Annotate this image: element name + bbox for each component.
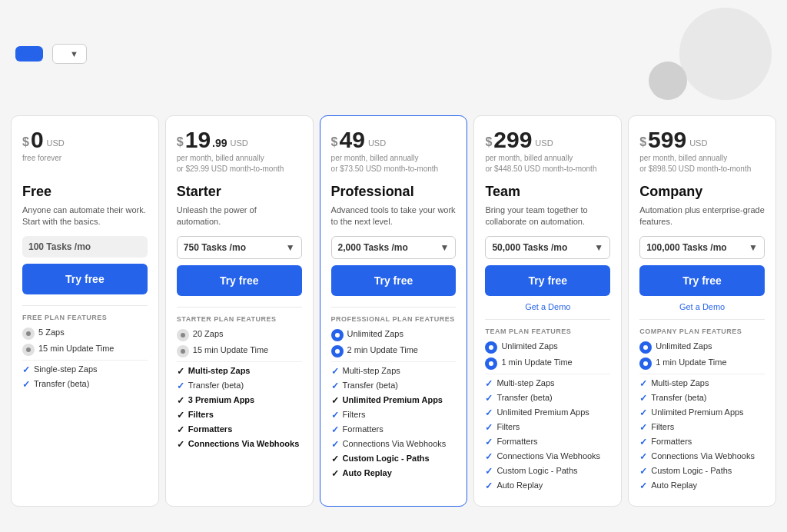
check-icon: ✓: [177, 424, 184, 435]
feature-text: Transfer (beta): [343, 381, 398, 390]
tasks-selector[interactable]: 2,000 Tasks /mo ▼: [331, 236, 457, 259]
get-demo-link[interactable]: Get a Demo: [485, 302, 610, 311]
price-usd: USD: [535, 135, 553, 151]
features-label: FREE PLAN FEATURES: [22, 314, 148, 321]
feature-item: Unlimited Zaps: [331, 329, 457, 341]
check-icon: ✓: [485, 451, 493, 462]
check-icon: ✓: [331, 454, 339, 464]
feature-text: Formatters: [188, 424, 232, 434]
feature-text: Transfer (beta): [34, 379, 89, 388]
feature-item: ✓ Connections Via Webhooks: [639, 451, 765, 462]
feature-text: Connections Via Webhooks: [496, 451, 600, 461]
check-icon: ✓: [331, 381, 339, 391]
price-main: 0: [31, 128, 44, 151]
price-dollar-sign: $: [485, 133, 492, 151]
price-row: $ 599 USD: [639, 128, 765, 151]
feature-text: Filters: [651, 422, 674, 431]
try-free-button[interactable]: Try free: [177, 265, 302, 296]
check-icon: ✓: [639, 393, 647, 404]
feature-item: 15 min Update Time: [22, 344, 148, 356]
svg-point-0: [26, 331, 31, 336]
feature-text: Connections Via Webhooks: [651, 451, 755, 461]
billing-info: free forever: [22, 153, 148, 176]
feature-item: ✓ Filters: [331, 410, 457, 421]
feature-item: ✓ Unlimited Premium Apps: [331, 395, 457, 406]
check-icon: ✓: [177, 366, 184, 377]
check-icon: ✓: [331, 395, 339, 406]
feature-text: Custom Logic - Paths: [343, 454, 430, 463]
tasks-selector[interactable]: 100,000 Tasks /mo ▼: [639, 236, 765, 259]
feature-item: ✓ 3 Premium Apps: [177, 395, 302, 406]
feature-item: ✓ Formatters: [639, 437, 765, 447]
check-icon: ✓: [331, 366, 339, 377]
tasks-selector[interactable]: 50,000 Tasks /mo ▼: [485, 236, 610, 259]
check-icon: ✓: [639, 466, 647, 477]
price-main: 299: [493, 128, 532, 151]
check-icon: ✓: [485, 407, 493, 418]
features-divider: [331, 361, 457, 362]
feature-text: Transfer (beta): [188, 381, 244, 390]
currency-selector[interactable]: ▼: [52, 44, 87, 64]
feature-item: ✓ Filters: [177, 410, 302, 421]
tasks-value: 100 Tasks /mo: [28, 241, 91, 252]
tasks-selector[interactable]: 750 Tasks /mo ▼: [177, 236, 302, 259]
feature-item: ✓ Connections Via Webhooks: [485, 451, 610, 462]
check-icon: ✓: [177, 410, 184, 421]
check-icon: ✓: [331, 424, 339, 435]
features-section: COMPANY PLAN FEATURES Unlimited Zaps 1 m…: [639, 319, 765, 491]
plans-container: $ 0 USD free forever Free Anyone can aut…: [0, 115, 787, 519]
tasks-value: 50,000 Tasks /mo: [492, 242, 567, 253]
svg-point-8: [643, 345, 648, 350]
feature-icon-blue: [639, 357, 652, 370]
feature-icon-blue: [485, 357, 497, 370]
features-label: PROFESSIONAL PLAN FEATURES: [331, 315, 457, 323]
feature-item: 20 Zaps: [177, 329, 302, 341]
price-dollar-sign: $: [331, 133, 338, 151]
feature-icon-gray: [22, 328, 35, 340]
compare-plans-button[interactable]: [15, 46, 43, 62]
feature-text: Unlimited Zaps: [501, 341, 557, 351]
svg-point-5: [335, 349, 340, 354]
feature-item: ✓ Unlimited Premium Apps: [485, 407, 610, 418]
feature-item: ✓ Transfer (beta): [177, 381, 302, 391]
top-left: ▼: [15, 8, 87, 64]
feature-item: ✓ Auto Replay: [331, 468, 457, 479]
billing-info: per month, billed annuallyor $898.50 USD…: [639, 153, 765, 176]
check-icon: ✓: [331, 468, 339, 479]
get-demo-link[interactable]: Get a Demo: [639, 302, 765, 311]
tasks-value: 100,000 Tasks /mo: [646, 242, 727, 253]
feature-text: Custom Logic - Paths: [496, 466, 577, 475]
try-free-button[interactable]: Try free: [639, 265, 765, 296]
feature-icon-gray: [177, 345, 189, 357]
feature-item: 15 min Update Time: [177, 345, 302, 357]
billing-info: per month, billed annuallyor $448.50 USD…: [485, 153, 610, 176]
feature-text: Filters: [343, 410, 366, 419]
try-free-button[interactable]: Try free: [22, 264, 148, 294]
feature-item: ✓ Formatters: [331, 424, 457, 435]
tasks-value: 750 Tasks /mo: [184, 242, 246, 253]
check-icon: ✓: [639, 480, 647, 491]
feature-text: 15 min Update Time: [38, 344, 114, 353]
feature-text: 2 min Update Time: [347, 345, 418, 354]
page-wrapper: ▼ $ 0 USD free forever Free Anyone can a…: [0, 0, 787, 532]
feature-text: Auto Replay: [496, 480, 543, 490]
feature-text: Unlimited Zaps: [347, 329, 403, 338]
try-free-button[interactable]: Try free: [331, 265, 457, 296]
feature-item: ✓ Filters: [485, 422, 610, 433]
check-icon: ✓: [639, 407, 647, 418]
try-free-button[interactable]: Try free: [485, 265, 610, 296]
features-divider: [639, 374, 765, 374]
feature-text: Custom Logic - Paths: [651, 466, 732, 475]
feature-text: 15 min Update Time: [193, 345, 268, 354]
features-label: STARTER PLAN FEATURES: [177, 315, 302, 323]
feature-item: 5 Zaps: [22, 328, 148, 340]
feature-text: Multi-step Zaps: [496, 378, 554, 387]
feature-text: Unlimited Zaps: [656, 341, 712, 351]
feature-item: ✓ Connections Via Webhooks: [177, 439, 302, 450]
check-icon: ✓: [485, 422, 493, 433]
feature-item: ✓ Transfer (beta): [639, 393, 765, 404]
price-usd: USD: [689, 135, 707, 151]
check-icon: ✓: [331, 439, 339, 450]
price-dollar-sign: $: [177, 133, 184, 151]
tasks-display: 100 Tasks /mo: [22, 236, 148, 258]
